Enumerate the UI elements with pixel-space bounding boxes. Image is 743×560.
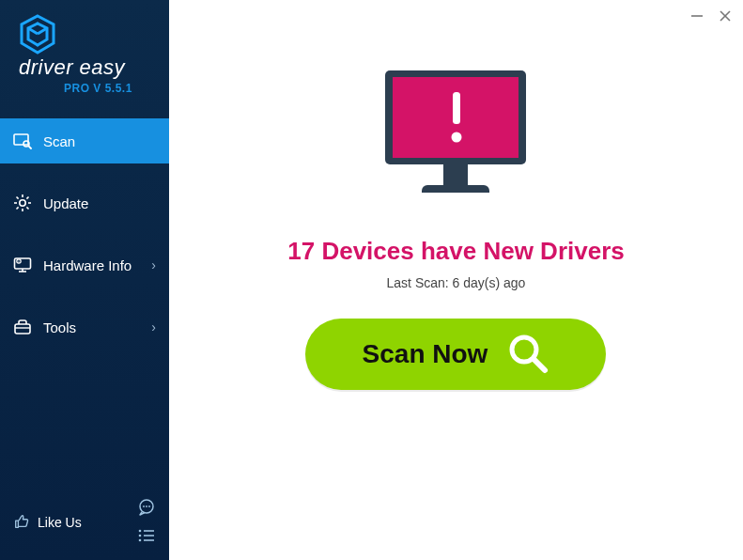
headline-text: 17 Devices have New Drivers bbox=[287, 237, 624, 266]
svg-rect-37 bbox=[443, 164, 468, 185]
svg-point-30 bbox=[139, 539, 142, 542]
alert-monitor-icon bbox=[376, 66, 535, 210]
sidebar-bottom: Like Us bbox=[0, 489, 169, 560]
svg-text:i: i bbox=[19, 260, 20, 264]
sidebar-item-label: Update bbox=[43, 195, 88, 211]
scan-now-button[interactable]: Scan Now bbox=[305, 319, 606, 390]
sidebar-item-hardware-info[interactable]: i Hardware Info › bbox=[0, 242, 169, 288]
svg-point-28 bbox=[139, 535, 142, 537]
sidebar-item-label: Tools bbox=[43, 319, 76, 335]
svg-marker-0 bbox=[22, 16, 54, 53]
sidebar-item-scan[interactable]: Scan bbox=[0, 118, 169, 163]
sidebar-item-label: Hardware Info bbox=[43, 257, 132, 273]
menu-list-icon[interactable] bbox=[137, 528, 156, 547]
thumbs-up-icon bbox=[13, 513, 30, 533]
svg-line-11 bbox=[17, 197, 19, 199]
toolbox-icon bbox=[13, 318, 32, 336]
close-button[interactable] bbox=[717, 8, 734, 24]
minimize-button[interactable] bbox=[689, 8, 705, 24]
sidebar-item-label: Scan bbox=[43, 133, 75, 149]
last-scan-text: Last Scan: 6 day(s) ago bbox=[387, 275, 526, 290]
sidebar-item-tools[interactable]: Tools › bbox=[0, 304, 169, 350]
svg-point-25 bbox=[148, 506, 150, 507]
svg-rect-38 bbox=[453, 92, 460, 124]
svg-rect-20 bbox=[15, 324, 30, 334]
svg-line-14 bbox=[17, 207, 19, 209]
chevron-right-icon: › bbox=[151, 319, 156, 334]
svg-line-13 bbox=[26, 197, 28, 199]
sidebar-nav: Scan Update bbox=[0, 118, 169, 366]
svg-point-39 bbox=[452, 132, 462, 143]
feedback-icon[interactable] bbox=[137, 498, 156, 521]
like-us-label: Like Us bbox=[38, 515, 82, 530]
svg-rect-3 bbox=[14, 134, 28, 145]
svg-point-23 bbox=[143, 506, 145, 507]
svg-point-24 bbox=[146, 506, 147, 507]
like-us-button[interactable]: Like Us bbox=[13, 513, 82, 533]
monitor-info-icon: i bbox=[13, 256, 32, 274]
sidebar: driver easy PRO V 5.5.1 Scan bbox=[0, 0, 169, 560]
svg-point-26 bbox=[139, 530, 142, 533]
gear-icon bbox=[13, 194, 32, 212]
sidebar-item-update[interactable]: Update bbox=[0, 180, 169, 226]
svg-line-12 bbox=[26, 207, 28, 209]
app-version-label: PRO V 5.5.1 bbox=[64, 82, 169, 95]
chevron-right-icon: › bbox=[151, 257, 156, 272]
app-logo-icon bbox=[19, 14, 56, 55]
svg-point-6 bbox=[20, 200, 25, 206]
window-controls bbox=[689, 8, 734, 24]
main-area: 17 Devices have New Drivers Last Scan: 6… bbox=[169, 0, 743, 560]
svg-line-5 bbox=[28, 146, 31, 148]
scan-icon bbox=[13, 132, 32, 150]
magnifier-icon bbox=[506, 332, 550, 378]
logo-area: driver easy PRO V 5.5.1 bbox=[0, 0, 169, 104]
center-stage: 17 Devices have New Drivers Last Scan: 6… bbox=[287, 66, 624, 390]
app-name-label: driver easy bbox=[19, 55, 169, 80]
svg-line-41 bbox=[534, 359, 545, 370]
scan-now-label: Scan Now bbox=[363, 339, 488, 369]
